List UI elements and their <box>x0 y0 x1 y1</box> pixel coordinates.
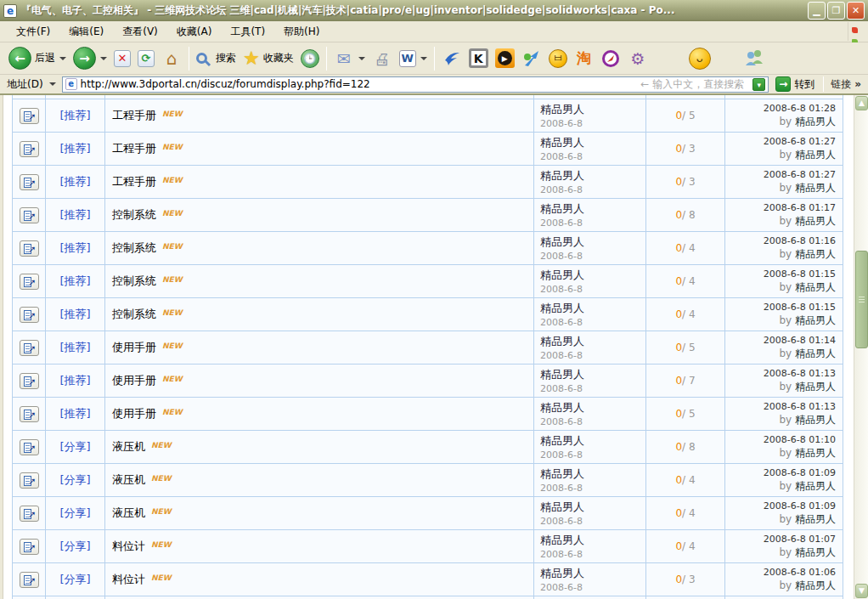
taobao-button[interactable]: 淘 <box>571 47 597 70</box>
author-link[interactable]: 精品男人 <box>540 334 584 349</box>
address-url[interactable]: http://www.3dportal.cn/discuz/forumdispl… <box>81 78 641 90</box>
plugin-settings-button[interactable]: ⚙ <box>624 47 651 71</box>
last-poster-link[interactable]: 精品男人 <box>795 348 836 359</box>
back-dropdown-icon[interactable] <box>59 57 66 60</box>
thunder-button[interactable] <box>438 47 465 71</box>
thread-tag[interactable]: [推荐] <box>45 166 104 198</box>
last-poster-link[interactable]: 精品男人 <box>795 182 836 194</box>
close-button[interactable]: ✕ <box>847 2 865 20</box>
thread-tag[interactable]: [分享] <box>45 530 104 562</box>
thread-tag[interactable]: [推荐] <box>45 398 104 430</box>
thread-tag[interactable]: [推荐] <box>45 232 104 264</box>
search-button[interactable]: 搜索 <box>193 49 240 67</box>
author-link[interactable]: 精品男人 <box>540 102 584 117</box>
stop-button[interactable]: ✕ <box>110 48 134 69</box>
go-button[interactable]: 转到 <box>794 77 814 92</box>
scroll-down-icon[interactable]: ▼ <box>855 584 868 598</box>
links-label[interactable]: 链接 <box>831 77 851 92</box>
word-dropdown-icon[interactable] <box>420 57 427 60</box>
thread-title-link[interactable]: 使用手册 <box>112 340 156 355</box>
restore-button[interactable]: ❐ <box>827 2 845 20</box>
address-dropdown-icon[interactable] <box>47 77 59 91</box>
thread-tag[interactable]: [分享] <box>45 431 104 463</box>
search-plugin-dropdown-icon[interactable]: ▾ <box>752 78 765 91</box>
thread-tag[interactable]: [推荐] <box>45 265 104 297</box>
last-poster-link[interactable]: 精品男人 <box>795 281 836 293</box>
forward-dropdown-icon[interactable] <box>100 57 107 60</box>
history-button[interactable]: 🕒 <box>297 48 323 70</box>
thread-title-link[interactable]: 控制系统 <box>112 274 156 289</box>
last-poster-link[interactable]: 精品男人 <box>795 381 836 393</box>
address-field[interactable]: e http://www.3dportal.cn/discuz/forumdis… <box>62 76 769 93</box>
mail-button[interactable]: ✉ <box>330 47 369 71</box>
thread-title-link[interactable]: 使用手册 <box>112 373 156 388</box>
author-link[interactable]: 精品男人 <box>540 533 584 548</box>
scrollbar-thumb[interactable] <box>855 251 868 348</box>
go-arrow-icon[interactable]: → <box>775 76 791 92</box>
minimize-button[interactable]: ▁ <box>808 2 826 20</box>
author-link[interactable]: 精品男人 <box>540 466 584 482</box>
vertical-scrollbar[interactable]: ▲ ▼ <box>854 95 868 599</box>
menu-help[interactable]: 帮助(H) <box>274 22 329 42</box>
thread-title-link[interactable]: 控制系统 <box>112 240 156 256</box>
author-link[interactable]: 精品男人 <box>540 500 584 515</box>
thread-title-link[interactable]: 控制系统 <box>112 307 156 322</box>
compass-button[interactable] <box>597 47 624 71</box>
messenger-button[interactable] <box>740 47 769 71</box>
thread-tag[interactable] <box>45 95 104 99</box>
links-overflow-icon[interactable]: » <box>854 78 861 90</box>
back-button[interactable]: ← 后退 <box>5 45 70 71</box>
thread-title-link[interactable]: 工程手册 <box>112 141 156 156</box>
menu-tools[interactable]: 工具(T) <box>221 22 274 42</box>
thread-tag[interactable]: [推荐] <box>45 298 104 331</box>
author-link[interactable]: 精品男人 <box>540 235 584 250</box>
thread-tag[interactable]: [分享] <box>45 497 104 529</box>
last-poster-link[interactable]: 精品男人 <box>795 215 836 227</box>
last-poster-link[interactable]: 精品男人 <box>795 447 836 459</box>
last-poster-link[interactable]: 精品男人 <box>795 149 836 161</box>
thread-tag[interactable]: [推荐] <box>45 199 104 231</box>
scroll-up-icon[interactable]: ▲ <box>855 96 868 110</box>
last-poster-link[interactable]: 精品男人 <box>795 414 836 426</box>
author-link[interactable]: 精品男人 <box>540 168 584 184</box>
author-link[interactable]: 精品男人 <box>540 566 584 581</box>
last-poster-link[interactable]: 精品男人 <box>795 579 836 591</box>
last-poster-link[interactable]: 精品男人 <box>795 116 836 127</box>
menu-edit[interactable]: 编辑(E) <box>59 22 113 42</box>
thread-title-link[interactable]: 液压机 <box>112 506 145 521</box>
thread-tag[interactable]: [推荐] <box>45 133 104 165</box>
author-link[interactable]: 精品男人 <box>540 433 584 449</box>
thread-tag[interactable]: [分享] <box>45 464 104 496</box>
author-link[interactable]: 精品男人 <box>540 367 584 382</box>
thread-title-link[interactable]: 料位计 <box>112 572 145 587</box>
qq-mail-button[interactable]: ㅂ <box>545 48 571 70</box>
author-link[interactable]: 精品男人 <box>540 201 584 217</box>
author-link[interactable]: 精品男人 <box>540 135 584 150</box>
pplive-button[interactable]: ▶ <box>492 47 518 70</box>
thread-title-link[interactable]: 液压机 <box>112 439 145 455</box>
refresh-button[interactable]: ⟳ <box>134 48 158 69</box>
kmplayer-button[interactable]: K <box>465 47 492 70</box>
last-poster-link[interactable]: 精品男人 <box>795 248 836 260</box>
last-poster-link[interactable]: 精品男人 <box>795 546 836 558</box>
last-poster-link[interactable]: 精品男人 <box>795 314 836 326</box>
thread-title-link[interactable]: 控制系统 <box>112 207 156 223</box>
flashget-button[interactable] <box>518 47 545 71</box>
thread-title-link[interactable]: 工程手册 <box>112 174 156 189</box>
last-poster-link[interactable]: 精品男人 <box>795 513 836 525</box>
thread-title-link[interactable]: 液压机 <box>112 472 145 488</box>
emoticon-button[interactable]: ᴗ <box>685 46 714 71</box>
author-link[interactable]: 精品男人 <box>540 301 584 316</box>
favorites-button[interactable]: ★ 收藏夹 <box>240 48 297 69</box>
edit-word-button[interactable]: W <box>396 48 431 69</box>
forward-button[interactable]: → <box>70 45 110 71</box>
menu-view[interactable]: 查看(V) <box>113 22 167 42</box>
thread-tag[interactable]: [推荐] <box>45 331 104 364</box>
last-poster-link[interactable]: 精品男人 <box>795 480 836 492</box>
menu-file[interactable]: 文件(F) <box>7 22 59 42</box>
home-button[interactable]: ⌂ <box>158 47 185 71</box>
author-link[interactable]: 精品男人 <box>540 268 584 283</box>
thread-tag[interactable]: [推荐] <box>45 364 104 397</box>
mail-dropdown-icon[interactable] <box>358 57 365 60</box>
menu-favorites[interactable]: 收藏(A) <box>167 22 222 42</box>
